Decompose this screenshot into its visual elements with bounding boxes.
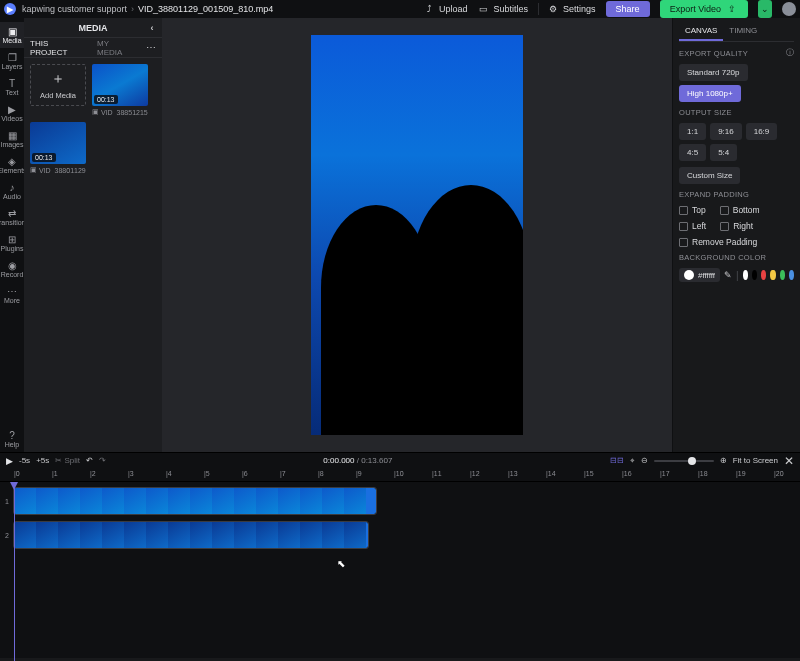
padding-top-checkbox[interactable]: Top	[679, 205, 706, 215]
back-5s-button[interactable]: -5s	[19, 456, 30, 465]
sidebar-item-more[interactable]: ⋯More	[0, 282, 24, 308]
media-more-button[interactable]: ⋯	[146, 42, 156, 53]
sidebar-item-elements[interactable]: ◈Elements	[0, 152, 24, 178]
current-time: 0:00.000	[323, 456, 354, 465]
magnet-toggle[interactable]: ⌖	[630, 456, 635, 466]
record-icon: ◉	[8, 260, 17, 271]
subtitles-label: Subtitles	[494, 4, 529, 14]
add-media-label: Add Media	[40, 91, 76, 100]
avatar[interactable]	[782, 2, 796, 16]
sidebar-item-text[interactable]: TText	[0, 74, 24, 100]
share-button[interactable]: Share	[606, 1, 650, 17]
project-filename[interactable]: VID_38801129_001509_810.mp4	[138, 4, 273, 14]
right-tabs: CANVAS TIMING	[679, 22, 794, 42]
swatch-blue[interactable]	[789, 270, 794, 280]
ratio-9-16[interactable]: 9:16	[710, 123, 742, 140]
output-size-title: OUTPUT SIZE	[679, 108, 794, 117]
tab-my-media[interactable]: MY MEDIA	[97, 39, 136, 57]
canvas-area[interactable]	[162, 18, 672, 452]
ruler-tick: |17	[660, 470, 670, 477]
swatch-white[interactable]	[743, 270, 748, 280]
zoom-out-button[interactable]: ⊖	[641, 456, 648, 465]
undo-button[interactable]: ↶	[86, 456, 93, 465]
sidebar-item-plugins[interactable]: ⊞Plugins	[0, 230, 24, 256]
app-logo: ▶	[4, 3, 16, 15]
sidebar-item-record[interactable]: ◉Record	[0, 256, 24, 282]
custom-size-button[interactable]: Custom Size	[679, 167, 740, 184]
breadcrumb: kapwing customer support › VID_38801129_…	[22, 4, 273, 14]
track-2[interactable]: 2	[0, 520, 800, 550]
export-button[interactable]: Export Video ⇪	[660, 0, 748, 18]
elements-icon: ◈	[8, 156, 16, 167]
export-dropdown[interactable]: ⌄	[758, 0, 772, 18]
topbar: ▶ kapwing customer support › VID_3880112…	[0, 0, 800, 18]
tab-this-project[interactable]: THIS PROJECT	[30, 39, 87, 57]
zoom-slider[interactable]	[654, 460, 714, 462]
timeline-tracks[interactable]: 1 2 ⬉	[0, 482, 800, 658]
sidebar: ▣Media ❐Layers TText ▶Videos ▦Images ◈El…	[0, 18, 24, 452]
sidebar-item-videos[interactable]: ▶Videos	[0, 100, 24, 126]
close-timeline-button[interactable]: ✕	[784, 454, 794, 468]
plugins-icon: ⊞	[8, 234, 16, 245]
sidebar-item-layers[interactable]: ❐Layers	[0, 48, 24, 74]
play-button[interactable]: ▶	[6, 456, 13, 466]
swatch-black[interactable]	[752, 270, 757, 280]
subtitles-button[interactable]: ▭ Subtitles	[478, 3, 529, 15]
media-thumb-1[interactable]: 00:13 ▣VID_38851215_...	[92, 64, 148, 116]
forward-5s-button[interactable]: +5s	[36, 456, 49, 465]
settings-label: Settings	[563, 4, 596, 14]
tab-timing[interactable]: TIMING	[723, 22, 763, 41]
workspace-name[interactable]: kapwing customer support	[22, 4, 127, 14]
swatch-yellow[interactable]	[770, 270, 775, 280]
sidebar-item-help[interactable]: ?Help	[0, 426, 24, 452]
bg-color-input[interactable]: #ffffff	[679, 268, 720, 282]
canvas-video-preview[interactable]	[311, 35, 523, 435]
playhead[interactable]	[14, 482, 15, 661]
zoom-in-button[interactable]: ⊕	[720, 456, 727, 465]
swatch-red[interactable]	[761, 270, 766, 280]
media-thumb-2[interactable]: 00:13 ▣VID_38801129_...	[30, 122, 86, 174]
sidebar-item-media[interactable]: ▣Media	[0, 22, 24, 48]
thumb-duration: 00:13	[32, 153, 56, 162]
clip-2[interactable]	[14, 522, 368, 548]
ruler-tick: |15	[584, 470, 594, 477]
collapse-panel-button[interactable]: ‹	[144, 18, 160, 38]
sidebar-item-images[interactable]: ▦Images	[0, 126, 24, 152]
quality-standard-button[interactable]: Standard 720p	[679, 64, 748, 81]
track-1[interactable]: 1	[0, 486, 800, 516]
split-button[interactable]: ✂ Split	[55, 456, 80, 465]
ratio-16-9[interactable]: 16:9	[746, 123, 778, 140]
ruler-tick: |5	[204, 470, 210, 477]
ruler-tick: |4	[166, 470, 172, 477]
track-number: 2	[0, 532, 14, 539]
info-icon[interactable]: ⓘ	[786, 48, 794, 58]
timeline-ruler[interactable]: |0|1|2|3|4|5|6|7|8|9|10|11|12|13|14|15|1…	[0, 468, 800, 482]
sidebar-item-audio[interactable]: ♪Audio	[0, 178, 24, 204]
total-duration: 0:13.607	[361, 456, 392, 465]
settings-button[interactable]: ⚙ Settings	[538, 3, 596, 15]
media-header: MEDIA ‹	[24, 18, 162, 38]
swatch-green[interactable]	[780, 270, 785, 280]
add-media-button[interactable]: ＋ Add Media	[30, 64, 86, 116]
thumb-filename: VID_38801129_...	[39, 167, 86, 174]
snap-toggle[interactable]: ⊟⊟	[610, 456, 624, 465]
ratio-1-1[interactable]: 1:1	[679, 123, 706, 140]
padding-left-checkbox[interactable]: Left	[679, 221, 706, 231]
quality-high-button[interactable]: High 1080p+	[679, 85, 741, 102]
help-icon: ?	[9, 430, 15, 441]
padding-bottom-checkbox[interactable]: Bottom	[720, 205, 760, 215]
clip-1[interactable]	[14, 488, 376, 514]
eyedropper-button[interactable]: ✎	[724, 270, 732, 280]
media-grid: ＋ Add Media 00:13 ▣VID_38851215_... 00:1…	[24, 58, 162, 180]
ratio-5-4[interactable]: 5:4	[710, 144, 737, 161]
redo-button[interactable]: ↷	[99, 456, 106, 465]
remove-padding-checkbox[interactable]: Remove Padding	[679, 237, 757, 247]
tab-canvas[interactable]: CANVAS	[679, 22, 723, 41]
upload-button[interactable]: ⤴ Upload	[423, 3, 468, 15]
padding-right-checkbox[interactable]: Right	[720, 221, 753, 231]
timeline-controls: ▶ -5s +5s ✂ Split ↶ ↷ 0:00.000 / 0:13.60…	[0, 452, 800, 468]
fit-to-screen-button[interactable]: Fit to Screen	[733, 456, 778, 465]
ruler-tick: |13	[508, 470, 518, 477]
ratio-4-5[interactable]: 4:5	[679, 144, 706, 161]
sidebar-item-transitions[interactable]: ⇄Transitions	[0, 204, 24, 230]
